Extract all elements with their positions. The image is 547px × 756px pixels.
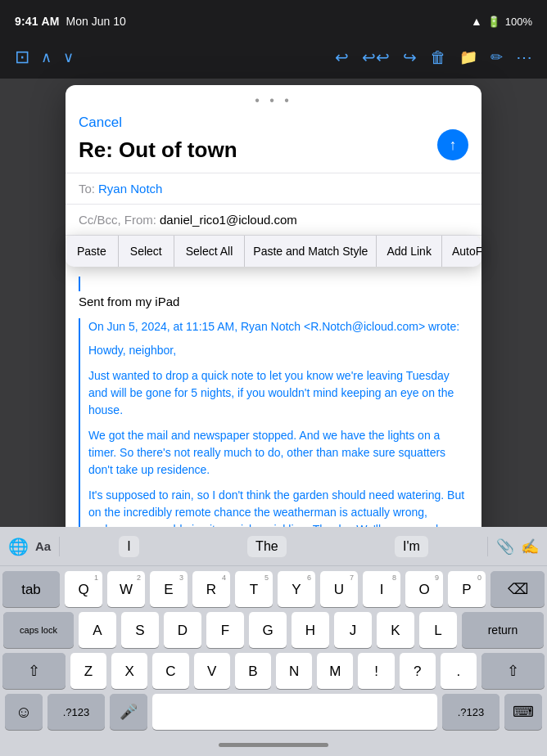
- num-sym-label-left: .?123: [63, 706, 90, 718]
- key-f[interactable]: F: [206, 612, 244, 648]
- key-d[interactable]: D: [164, 612, 201, 648]
- key-s[interactable]: S: [121, 612, 159, 648]
- key-excl[interactable]: !: [358, 653, 394, 689]
- trash-icon[interactable]: 🗑: [430, 48, 446, 67]
- wifi-icon: ▲: [471, 15, 482, 28]
- key-j[interactable]: J: [334, 612, 372, 648]
- pred-word-3[interactable]: I'm: [395, 536, 428, 557]
- key-comma-period[interactable]: .: [441, 653, 477, 689]
- key-b[interactable]: B: [235, 653, 271, 689]
- key-e[interactable]: 3 E: [150, 571, 188, 607]
- key-u[interactable]: 7 U: [320, 571, 358, 607]
- key-h[interactable]: H: [292, 612, 329, 648]
- send-button[interactable]: ↑: [437, 129, 468, 160]
- right-shift-key[interactable]: ⇧: [481, 653, 545, 689]
- autofill-menu-item[interactable]: AutoFill: [442, 236, 481, 267]
- paperclip-icon[interactable]: 📎: [496, 538, 514, 556]
- status-bar: 9:41 AM Mon Jun 10 ▲ 🔋 100%: [0, 0, 547, 36]
- key-n[interactable]: N: [276, 653, 312, 689]
- aa-format-icon[interactable]: Aa: [35, 539, 51, 553]
- compose-card: • • • Cancel Re: Out of town ↑ To: Ryan …: [66, 85, 481, 577]
- send-arrow-icon: ↑: [450, 137, 457, 154]
- pred-word-1[interactable]: I: [119, 536, 138, 557]
- status-date: Mon Jun 10: [66, 15, 126, 28]
- navigate-up-icon[interactable]: ∧: [41, 48, 52, 66]
- navigate-down-icon[interactable]: ∨: [63, 48, 74, 66]
- delete-key[interactable]: ⌫: [490, 571, 545, 607]
- folder-icon[interactable]: 📁: [459, 48, 477, 66]
- forward-icon[interactable]: ↪: [403, 47, 417, 67]
- key-r[interactable]: 4 R: [192, 571, 230, 607]
- key-g[interactable]: G: [249, 612, 287, 648]
- key-o[interactable]: 9 O: [405, 571, 443, 607]
- sent-from-line: Sent from my iPad: [79, 295, 468, 308]
- cancel-button[interactable]: Cancel: [79, 115, 122, 131]
- key-t[interactable]: 5 T: [235, 571, 273, 607]
- key-k[interactable]: K: [377, 612, 414, 648]
- paste-menu-item[interactable]: Paste: [66, 236, 119, 267]
- hide-keyboard-key[interactable]: ⌨: [504, 694, 542, 730]
- compose-icon[interactable]: ✏: [490, 48, 503, 66]
- reply-all-icon[interactable]: ↩↩: [362, 47, 390, 67]
- emoji-key[interactable]: ☺: [5, 694, 43, 730]
- add-link-menu-item[interactable]: Add Link: [377, 236, 441, 267]
- more-icon[interactable]: ⋯: [516, 47, 532, 67]
- select-all-menu-item[interactable]: Select All: [174, 236, 246, 267]
- delete-icon: ⌫: [508, 580, 528, 598]
- pred-word-2[interactable]: The: [247, 536, 287, 557]
- key-w[interactable]: 2 W: [107, 571, 145, 607]
- num-sym-key-right[interactable]: .?123: [442, 694, 500, 730]
- tab-key[interactable]: tab: [2, 571, 60, 607]
- scribble-icon[interactable]: ✍: [521, 538, 539, 556]
- key-l[interactable]: L: [419, 612, 457, 648]
- sidebar-toggle-icon[interactable]: ⊡: [15, 47, 29, 68]
- keyboard-bottom-row: ☺ .?123 🎤 .?123 ⌨: [2, 694, 545, 730]
- key-x[interactable]: X: [111, 653, 147, 689]
- tab-label: tab: [21, 583, 41, 596]
- emoji-icon: ☺: [16, 703, 32, 722]
- predictive-bar: 🌐 Aa I The I'm 📎 ✍: [0, 527, 547, 566]
- handle-dots: • • •: [255, 93, 292, 108]
- to-value[interactable]: Ryan Notch: [98, 182, 162, 196]
- key-i[interactable]: 8 I: [363, 571, 400, 607]
- space-key[interactable]: [152, 694, 437, 730]
- quoted-text-block: On Jun 5, 2024, at 11:15 AM, Ryan Notch …: [79, 318, 468, 556]
- mic-key[interactable]: 🎤: [110, 694, 147, 730]
- key-m[interactable]: M: [317, 653, 353, 689]
- key-c[interactable]: C: [152, 653, 188, 689]
- caps-lock-key[interactable]: caps lock: [3, 612, 74, 648]
- left-shift-key[interactable]: ⇧: [2, 653, 66, 689]
- key-v[interactable]: V: [194, 653, 230, 689]
- key-y[interactable]: 6 Y: [278, 571, 315, 607]
- key-q-num: 1: [94, 574, 98, 582]
- key-question[interactable]: ?: [400, 653, 436, 689]
- predictive-left-icons: 🌐 Aa: [8, 537, 51, 556]
- key-p[interactable]: 0 P: [448, 571, 486, 607]
- home-bar: [219, 743, 328, 747]
- mic-icon: 🎤: [120, 703, 138, 721]
- paste-match-style-menu-item[interactable]: Paste and Match Style: [245, 236, 377, 267]
- select-menu-item[interactable]: Select: [119, 236, 174, 267]
- return-key[interactable]: return: [462, 612, 544, 648]
- num-sym-key-left[interactable]: .?123: [47, 694, 105, 730]
- right-shift-icon: ⇧: [507, 662, 519, 680]
- key-q[interactable]: 1 Q: [65, 571, 102, 607]
- keyboard-area: 🌐 Aa I The I'm 📎 ✍ tab 1 Q 2 W: [0, 527, 547, 756]
- key-z[interactable]: Z: [70, 653, 106, 689]
- keyboard-rows: tab 1 Q 2 W 3 E 4 R 5 T 6: [0, 566, 547, 733]
- reply-icon[interactable]: ↩: [335, 47, 349, 67]
- context-menu: Paste Select Select All Paste and Match …: [66, 236, 481, 267]
- cc-label: Cc/Bcc, From:: [79, 213, 156, 227]
- key-a[interactable]: A: [79, 612, 116, 648]
- battery-icon: 🔋: [487, 16, 500, 28]
- globe-icon[interactable]: 🌐: [8, 537, 29, 556]
- predictive-right-icons: 📎 ✍: [496, 538, 539, 556]
- return-label: return: [488, 623, 518, 637]
- to-field-row: To: Ryan Notch: [66, 173, 481, 205]
- card-handle: • • •: [66, 85, 481, 111]
- left-shift-icon: ⇧: [28, 662, 40, 680]
- caps-lock-label: caps lock: [20, 625, 57, 635]
- hide-keyboard-icon: ⌨: [513, 703, 534, 721]
- num-sym-label-right: .?123: [458, 706, 485, 718]
- battery-percent: 100%: [505, 16, 532, 28]
